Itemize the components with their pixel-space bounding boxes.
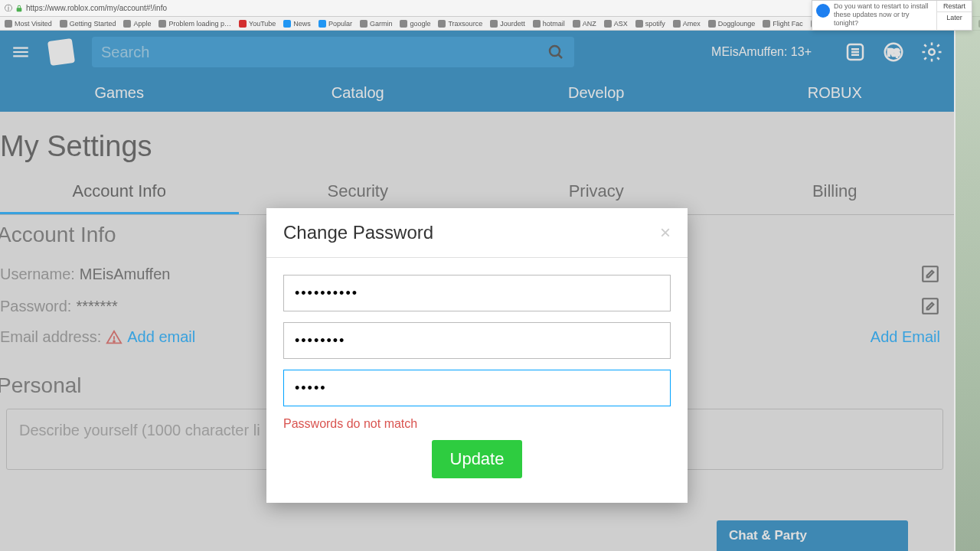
bookmark-icon <box>438 20 446 28</box>
bookmark-icon <box>360 20 368 28</box>
bookmark-icon <box>318 20 326 28</box>
bookmark-item[interactable]: Dogglounge <box>708 20 756 28</box>
bookmark-icon <box>573 20 580 28</box>
confirm-password-input[interactable] <box>283 370 671 406</box>
password-error-text: Passwords do not match <box>283 417 671 431</box>
bookmark-item[interactable]: Flight Fac <box>763 20 803 28</box>
bookmark-icon <box>283 20 291 28</box>
bookmark-icon <box>763 20 770 28</box>
bookmark-icon <box>673 20 681 28</box>
desktop-edge <box>956 0 980 551</box>
bookmark-item[interactable]: Popular <box>318 20 352 28</box>
bookmark-icon <box>123 20 131 28</box>
bookmark-item[interactable]: News <box>283 20 311 28</box>
bookmark-icon <box>5 20 12 28</box>
lock-icon <box>15 5 23 12</box>
current-password-input[interactable] <box>283 275 671 311</box>
info-icon: ⓘ <box>5 3 12 14</box>
bookmark-icon <box>604 20 612 28</box>
bookmark-item[interactable]: ASX <box>604 20 628 28</box>
bookmark-item[interactable]: Traxsource <box>438 20 482 28</box>
update-button[interactable]: Update <box>432 440 523 478</box>
new-password-input[interactable] <box>283 322 671 359</box>
bookmark-item[interactable]: ANZ <box>573 20 596 28</box>
bookmark-item[interactable]: Problem loading p… <box>158 20 231 28</box>
bookmark-icon <box>533 20 541 28</box>
change-password-modal: Change Password × Passwords do not match… <box>266 208 688 503</box>
bookmark-item[interactable]: hotmail <box>533 20 565 28</box>
bookmark-item[interactable]: Getting Started <box>60 20 116 28</box>
bookmark-icon <box>708 20 716 28</box>
close-icon[interactable]: × <box>660 222 671 243</box>
appstore-icon <box>816 4 830 18</box>
bookmark-icon <box>239 20 247 28</box>
modal-backdrop: Change Password × Passwords do not match… <box>0 31 954 551</box>
update-popup-text: Do you want to restart to install these … <box>834 1 936 30</box>
update-restart-button[interactable]: Restart <box>937 1 972 12</box>
modal-title: Change Password <box>283 222 433 243</box>
bookmark-item[interactable]: Amex <box>673 20 701 28</box>
bookmark-item[interactable]: Garmin <box>360 20 393 28</box>
system-update-popup: Do you want to restart to install these … <box>812 0 972 31</box>
update-later-button[interactable]: Later <box>937 12 972 23</box>
url-text: https://www.roblox.com/my/account#!/info <box>26 4 167 12</box>
bookmark-item[interactable]: google <box>400 20 430 28</box>
bookmark-icon <box>400 20 407 28</box>
bookmark-item[interactable]: spotify <box>635 20 665 28</box>
bookmark-item[interactable]: Most Visited <box>5 20 52 28</box>
bookmark-icon <box>60 20 67 28</box>
bookmark-icon <box>635 20 643 28</box>
bookmark-item[interactable]: YouTube <box>239 20 276 28</box>
bookmark-icon <box>490 20 498 28</box>
bookmark-icon <box>158 20 166 28</box>
bookmark-item[interactable]: Jourdett <box>490 20 525 28</box>
bookmark-item[interactable]: Apple <box>123 20 151 28</box>
